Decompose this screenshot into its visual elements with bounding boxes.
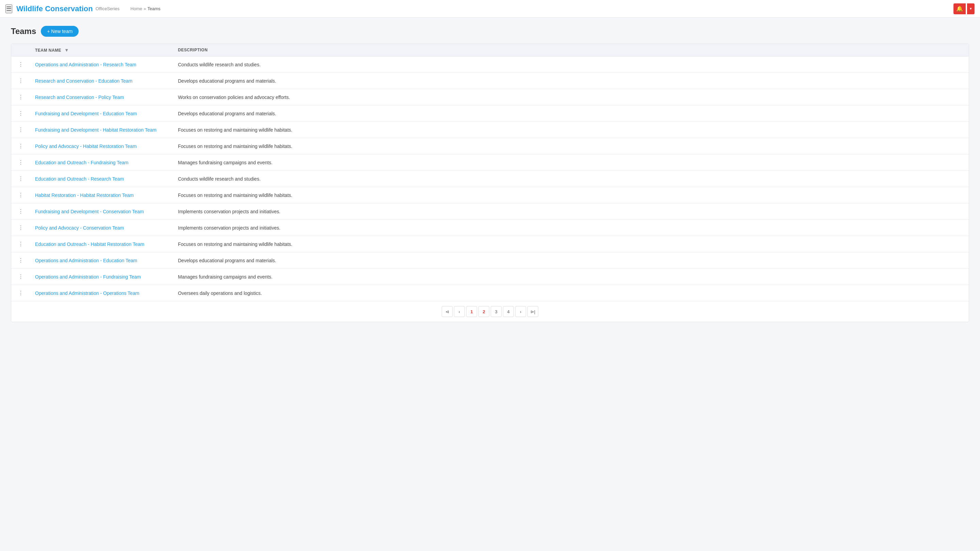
row-actions-cell: ⋮ — [11, 56, 30, 73]
row-description-cell: Manages fundraising campaigns and events… — [173, 269, 969, 285]
team-name-link[interactable]: Research and Conservation - Policy Team — [35, 95, 124, 100]
row-menu-button[interactable]: ⋮ — [16, 273, 25, 281]
pagination-prev-button[interactable]: ‹ — [454, 306, 465, 317]
row-menu-button[interactable]: ⋮ — [16, 60, 25, 68]
row-actions-cell: ⋮ — [11, 252, 30, 269]
pagination-page-2[interactable]: 2 — [479, 306, 489, 317]
team-name-link[interactable]: Research and Conservation - Education Te… — [35, 78, 132, 84]
team-name-link[interactable]: Policy and Advocacy - Habitat Restoratio… — [35, 143, 137, 149]
row-menu-button[interactable]: ⋮ — [16, 159, 25, 166]
row-actions-cell: ⋮ — [11, 105, 30, 122]
team-name-link[interactable]: Operations and Administration - Educatio… — [35, 258, 137, 263]
row-menu-button[interactable]: ⋮ — [16, 256, 25, 264]
team-name-link[interactable]: Operations and Administration - Fundrais… — [35, 274, 141, 279]
team-name-link[interactable]: Fundraising and Development - Habitat Re… — [35, 127, 156, 133]
row-actions-cell: ⋮ — [11, 122, 30, 138]
filter-icon[interactable]: ▾ — [65, 47, 68, 53]
team-description: Implements conservation projects and ini… — [178, 209, 280, 214]
row-actions-cell: ⋮ — [11, 138, 30, 154]
table-body: ⋮ Operations and Administration - Resear… — [11, 56, 969, 301]
row-menu-button[interactable]: ⋮ — [16, 208, 25, 215]
team-description: Focuses on restoring and maintaining wil… — [178, 241, 292, 247]
table-row: ⋮ Operations and Administration - Fundra… — [11, 269, 969, 285]
subtitle: OfficeSeries — [95, 6, 120, 11]
brand-link[interactable]: Wildlife Conservation — [16, 5, 93, 13]
table-row: ⋮ Research and Conservation - Policy Tea… — [11, 89, 969, 105]
row-description-cell: Develops educational programs and materi… — [173, 105, 969, 122]
row-actions-cell: ⋮ — [11, 269, 30, 285]
main-content: Teams + New team TEAM NAME ▾ DESCRIPTION… — [0, 18, 980, 330]
team-description: Focuses on restoring and maintaining wil… — [178, 192, 292, 198]
menu-icon[interactable]: ☰ — [5, 5, 12, 13]
team-name-link[interactable]: Operations and Administration - Operatio… — [35, 291, 139, 296]
col-header-description: DESCRIPTION — [173, 44, 969, 56]
app-header: ☰ Wildlife Conservation OfficeSeries Hom… — [0, 0, 980, 18]
notification-bell-button[interactable]: 🔔 — [953, 3, 966, 14]
row-menu-button[interactable]: ⋮ — [16, 224, 25, 232]
row-description-cell: Focuses on restoring and maintaining wil… — [173, 187, 969, 203]
row-description-cell: Implements conservation projects and ini… — [173, 203, 969, 220]
pagination: ⊲ ‹ 1 2 3 4 › ⊳| — [11, 301, 969, 322]
breadcrumb-home[interactable]: Home — [130, 6, 142, 11]
row-description-cell: Conducts wildlife research and studies. — [173, 171, 969, 187]
row-actions-cell: ⋮ — [11, 171, 30, 187]
team-description: Focuses on restoring and maintaining wil… — [178, 127, 292, 133]
row-team-name-cell: Operations and Administration - Educatio… — [30, 252, 173, 269]
row-actions-cell: ⋮ — [11, 203, 30, 220]
row-menu-button[interactable]: ⋮ — [16, 142, 25, 150]
teams-table-container: TEAM NAME ▾ DESCRIPTION ⋮ Operations and… — [11, 43, 969, 322]
notification-dropdown-button[interactable]: ▾ — [967, 3, 975, 14]
table-row: ⋮ Operations and Administration - Resear… — [11, 56, 969, 73]
team-name-link[interactable]: Education and Outreach - Fundraising Tea… — [35, 160, 128, 165]
table-row: ⋮ Fundraising and Development - Conserva… — [11, 203, 969, 220]
table-header-row: TEAM NAME ▾ DESCRIPTION — [11, 44, 969, 56]
row-actions-cell: ⋮ — [11, 285, 30, 301]
row-menu-button[interactable]: ⋮ — [16, 289, 25, 297]
col-header-actions — [11, 44, 30, 56]
row-team-name-cell: Research and Conservation - Education Te… — [30, 73, 173, 89]
team-description: Oversees daily operations and logistics. — [178, 291, 262, 296]
row-menu-button[interactable]: ⋮ — [16, 110, 25, 118]
team-name-link[interactable]: Habitat Restoration - Habitat Restoratio… — [35, 192, 134, 198]
team-name-link[interactable]: Education and Outreach - Research Team — [35, 176, 124, 182]
team-description: Implements conservation projects and ini… — [178, 225, 280, 230]
pagination-page-3[interactable]: 3 — [491, 306, 501, 317]
row-actions-cell: ⋮ — [11, 89, 30, 105]
row-description-cell: Develops educational programs and materi… — [173, 252, 969, 269]
row-team-name-cell: Fundraising and Development - Habitat Re… — [30, 122, 173, 138]
row-team-name-cell: Education and Outreach - Fundraising Tea… — [30, 154, 173, 171]
row-actions-cell: ⋮ — [11, 187, 30, 203]
breadcrumb: Home » Teams — [130, 6, 160, 11]
table-row: ⋮ Policy and Advocacy - Habitat Restorat… — [11, 138, 969, 154]
row-menu-button[interactable]: ⋮ — [16, 93, 25, 101]
row-menu-button[interactable]: ⋮ — [16, 240, 25, 248]
row-team-name-cell: Operations and Administration - Fundrais… — [30, 269, 173, 285]
row-description-cell: Focuses on restoring and maintaining wil… — [173, 138, 969, 154]
row-description-cell: Implements conservation projects and ini… — [173, 220, 969, 236]
row-menu-button[interactable]: ⋮ — [16, 77, 25, 85]
team-name-link[interactable]: Operations and Administration - Research… — [35, 62, 137, 67]
row-menu-button[interactable]: ⋮ — [16, 191, 25, 199]
table-row: ⋮ Habitat Restoration - Habitat Restorat… — [11, 187, 969, 203]
team-description: Develops educational programs and materi… — [178, 258, 276, 263]
pagination-last-button[interactable]: ⊳| — [527, 306, 538, 317]
team-name-link[interactable]: Policy and Advocacy - Conservation Team — [35, 225, 124, 230]
team-name-link[interactable]: Fundraising and Development - Education … — [35, 111, 137, 116]
pagination-next-button[interactable]: › — [515, 306, 526, 317]
team-name-link[interactable]: Fundraising and Development - Conservati… — [35, 209, 144, 214]
row-description-cell: Develops educational programs and materi… — [173, 73, 969, 89]
page-header: Teams + New team — [11, 26, 969, 37]
new-team-button[interactable]: + New team — [41, 26, 79, 37]
row-description-cell: Conducts wildlife research and studies. — [173, 56, 969, 73]
team-name-link[interactable]: Education and Outreach - Habitat Restora… — [35, 241, 144, 247]
row-menu-button[interactable]: ⋮ — [16, 175, 25, 183]
row-menu-button[interactable]: ⋮ — [16, 126, 25, 134]
row-description-cell: Focuses on restoring and maintaining wil… — [173, 122, 969, 138]
pagination-page-1[interactable]: 1 — [466, 306, 477, 317]
table-row: ⋮ Research and Conservation - Education … — [11, 73, 969, 89]
row-description-cell: Oversees daily operations and logistics. — [173, 285, 969, 301]
pagination-page-4[interactable]: 4 — [503, 306, 514, 317]
pagination-first-button[interactable]: ⊲ — [442, 306, 453, 317]
row-team-name-cell: Policy and Advocacy - Habitat Restoratio… — [30, 138, 173, 154]
team-description: Conducts wildlife research and studies. — [178, 176, 261, 182]
